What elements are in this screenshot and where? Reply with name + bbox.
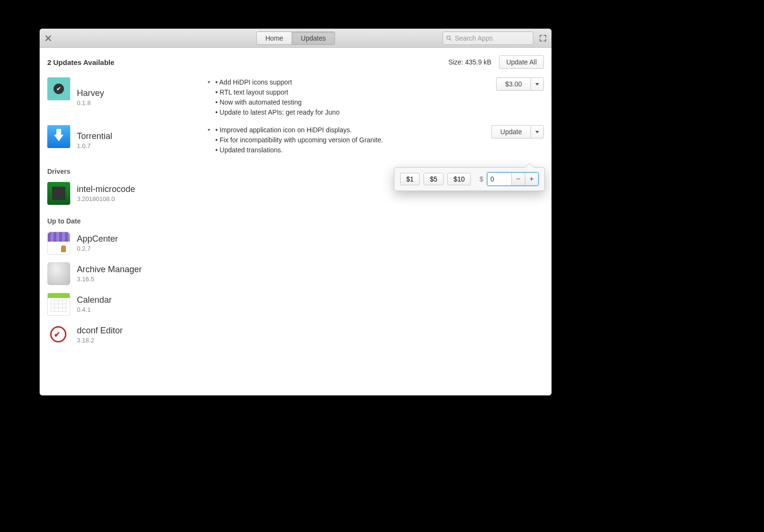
custom-price-spinner: − + [487,172,539,186]
app-version: 1.0.7 [77,142,196,149]
price-increment-button[interactable]: + [525,173,538,185]
app-name: dconf Editor [77,326,196,336]
header-toolbar: Home Updates [40,29,552,48]
price-button-harvey: $3.00 [496,77,544,91]
price-preset-5[interactable]: $5 [424,173,444,185]
currency-label: $ [479,175,483,183]
app-version: 3.18.2 [77,337,196,344]
svg-point-0 [447,36,450,39]
app-version: 3.16.5 [77,276,196,283]
app-version: 0.4.1 [77,306,196,313]
changelog-item: Improved application icon on HiDPI displ… [215,125,383,135]
app-name: AppCenter [77,234,196,244]
app-icon-dconf-editor [47,323,70,346]
updates-count: 2 Updates Available [47,58,115,66]
svg-line-1 [450,39,451,40]
update-button-dropdown[interactable] [531,125,544,138]
appcenter-window: Home Updates 2 Updates Available Size: 4… [40,29,552,395]
custom-price-input[interactable] [488,173,511,185]
close-button[interactable] [43,33,53,43]
changelog-item: Now with automated testing [215,97,340,107]
price-preset-10[interactable]: $10 [447,173,471,185]
changelog-harvey: Add HiDPI icons support RTL text layout … [215,77,340,117]
app-row-dconf[interactable]: dconf Editor 3.18.2 [40,319,552,350]
app-name: intel-microcode [77,184,196,194]
changelog-item: Add HiDPI icons support [215,77,340,87]
content-area: 2 Updates Available Size: 435.9 kB Updat… [40,48,552,395]
price-picker-popover: $1 $5 $10 $ − + [394,167,545,191]
chevron-down-icon [535,83,539,85]
update-button-main[interactable]: Update [491,125,531,138]
price-decrement-button[interactable]: − [511,173,525,185]
changelog-caret-icon[interactable]: ▾ [208,125,213,155]
search-box[interactable] [443,32,533,45]
app-name: Archive Manager [77,265,196,275]
app-version: 0.2.7 [77,245,196,252]
app-icon-intel-microcode [47,182,70,205]
app-icon-torrential [47,125,70,148]
app-name: Calendar [77,295,196,305]
changelog-torrential: Improved application icon on HiDPI displ… [215,125,383,155]
update-all-button[interactable]: Update All [499,55,544,69]
changelog-caret-icon[interactable]: ▾ [208,77,213,117]
app-row-archive[interactable]: Archive Manager 3.16.5 [40,258,552,289]
app-version: 0.1.8 [77,99,196,106]
changelog-item: Fix for incompatibility with upcoming ve… [215,135,383,145]
update-row-torrential[interactable]: Torrential 1.0.7 ▾ Improved application … [40,121,552,159]
app-row-calendar[interactable]: Calendar 0.4.1 [40,289,552,319]
price-button-dropdown[interactable] [531,77,544,91]
app-icon-archive-manager [47,262,70,285]
close-icon [45,35,51,41]
updates-header: 2 Updates Available Size: 435.9 kB Updat… [40,48,552,74]
app-meta: Harvey 0.1.8 [77,77,196,117]
search-icon [446,35,452,42]
app-icon-appcenter [47,232,70,255]
maximize-button[interactable] [538,33,548,43]
update-button-torrential: Update [491,125,544,138]
app-icon-harvey [47,77,70,100]
view-tabs: Home Updates [256,32,335,45]
tab-home[interactable]: Home [256,32,292,45]
changelog-item: Updated translations. [215,145,383,155]
app-name: Harvey [77,88,196,98]
price-button-main[interactable]: $3.00 [496,77,531,91]
app-icon-calendar [47,293,70,316]
toolbar-right [443,32,548,45]
app-version: 3.20180108.0 [77,195,196,202]
price-preset-1[interactable]: $1 [400,173,420,185]
maximize-icon [540,35,546,42]
section-uptodate-title: Up to Date [40,209,552,228]
updates-size: Size: 435.9 kB [448,58,491,66]
update-row-harvey[interactable]: Harvey 0.1.8 ▾ Add HiDPI icons support R… [40,74,552,121]
changelog-item: RTL text layout support [215,87,340,97]
tab-updates[interactable]: Updates [292,32,335,45]
app-row-appcenter[interactable]: AppCenter 0.2.7 [40,228,552,258]
chevron-down-icon [535,131,539,133]
app-name: Torrential [77,131,196,141]
app-meta: Torrential 1.0.7 [77,125,196,155]
search-input[interactable] [455,34,530,42]
changelog-item: Update to latest APIs; get ready for Jun… [215,107,340,117]
